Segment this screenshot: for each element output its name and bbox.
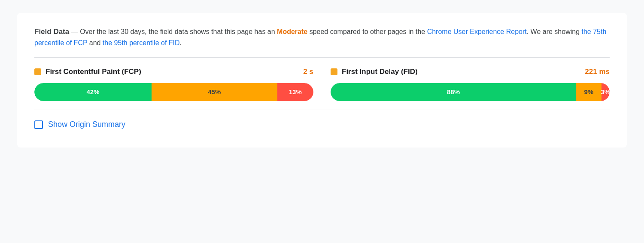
- show-origin-toggle[interactable]: Show Origin Summary: [34, 119, 610, 130]
- metric-title-group-fcp: First Contentful Paint (FCP): [34, 66, 141, 77]
- metric-header-fid: First Input Delay (FID)221 ms: [331, 66, 610, 77]
- metrics-row: First Contentful Paint (FCP)2 s42%45%13%…: [34, 66, 610, 102]
- progress-bar-fid: 88%9%3%: [331, 83, 610, 101]
- progress-segment-fid-1: 9%: [576, 83, 601, 101]
- fid-percentile-link[interactable]: the 95th percentile of FID: [103, 39, 180, 46]
- metric-title-fid: First Input Delay (FID): [342, 66, 418, 77]
- field-data-bold: Field Data: [34, 28, 69, 36]
- metric-card-fcp: First Contentful Paint (FCP)2 s42%45%13%: [34, 66, 313, 102]
- metric-title-fcp: First Contentful Paint (FCP): [46, 66, 141, 77]
- main-container: Field Data — Over the last 30 days, the …: [17, 13, 627, 148]
- progress-segment-fid-0: 88%: [331, 83, 576, 101]
- metric-icon-fcp: [34, 68, 41, 75]
- metric-card-fid: First Input Delay (FID)221 ms88%9%3%: [331, 66, 610, 102]
- progress-bar-fcp: 42%45%13%: [34, 83, 313, 101]
- origin-checkbox[interactable]: [34, 120, 43, 129]
- field-data-description: Field Data — Over the last 30 days, the …: [34, 26, 610, 49]
- top-divider: [34, 57, 610, 58]
- bottom-divider: [34, 110, 610, 110]
- metric-value-fcp: 2 s: [303, 66, 313, 77]
- metric-title-group-fid: First Input Delay (FID): [331, 66, 418, 77]
- progress-segment-fcp-2: 13%: [277, 83, 314, 101]
- metric-header-fcp: First Contentful Paint (FCP)2 s: [34, 66, 313, 77]
- speed-badge: Moderate: [277, 28, 307, 35]
- metric-icon-fid: [331, 68, 337, 75]
- progress-segment-fid-2: 3%: [601, 83, 610, 101]
- progress-segment-fcp-0: 42%: [34, 83, 152, 101]
- chrome-report-link[interactable]: Chrome User Experience Report: [427, 28, 527, 35]
- progress-segment-fcp-1: 45%: [152, 83, 277, 101]
- show-origin-label: Show Origin Summary: [48, 119, 125, 130]
- metric-value-fid: 221 ms: [585, 66, 610, 77]
